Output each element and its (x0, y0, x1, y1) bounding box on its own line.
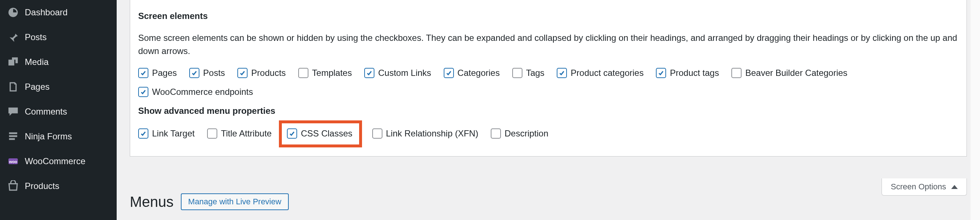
checkbox-icon (207, 128, 217, 139)
sidebar-item-label: Comments (25, 107, 67, 117)
checkbox-products[interactable]: Products (237, 68, 286, 78)
checkbox-templates[interactable]: Templates (298, 68, 352, 78)
checkbox-product-tags[interactable]: Product tags (656, 68, 719, 78)
sidebar-item-label: WooCommerce (25, 156, 85, 166)
checkbox-link-relationship[interactable]: Link Relationship (XFN) (372, 128, 478, 139)
sidebar-item-comments[interactable]: Comments (0, 99, 117, 124)
checkbox-woocommerce-endpoints[interactable]: WooCommerce endpoints (138, 87, 253, 97)
checkbox-label: Categories (458, 68, 500, 78)
checkbox-label: Products (251, 68, 286, 78)
sidebar-item-dashboard[interactable]: Dashboard (0, 0, 117, 25)
sidebar-item-label: Products (25, 181, 59, 191)
screen-options-panel: Screen elements Some screen elements can… (130, 0, 967, 156)
sidebar-item-label: Ninja Forms (25, 131, 72, 142)
chevron-up-icon (951, 185, 958, 189)
checkbox-icon (491, 128, 501, 139)
checkbox-tags[interactable]: Tags (512, 68, 545, 78)
checkbox-label: CSS Classes (301, 128, 352, 139)
checkbox-icon (512, 68, 522, 78)
checkbox-icon (237, 68, 248, 78)
checkbox-label: WooCommerce endpoints (152, 87, 253, 97)
sidebar-item-posts[interactable]: Posts (0, 25, 117, 49)
checkbox-product-categories[interactable]: Product categories (557, 68, 643, 78)
checkbox-icon (287, 128, 297, 139)
pin-icon (6, 31, 20, 44)
checkbox-posts[interactable]: Posts (189, 68, 225, 78)
advanced-properties-title: Show advanced menu properties (138, 106, 958, 116)
scrollbar-track[interactable] (970, 0, 980, 220)
checkbox-link-target[interactable]: Link Target (138, 128, 195, 139)
checkbox-icon (138, 68, 148, 78)
checkbox-label: Description (504, 128, 548, 139)
checkbox-icon (364, 68, 374, 78)
sidebar-item-products[interactable]: Products (0, 174, 117, 198)
checkbox-icon (731, 68, 741, 78)
checkbox-label: Link Target (152, 128, 195, 139)
checkbox-icon (138, 87, 148, 97)
checkbox-icon (444, 68, 454, 78)
products-icon (6, 180, 20, 193)
screen-elements-row-2: WooCommerce endpoints (138, 87, 958, 97)
checkbox-icon (656, 68, 666, 78)
sidebar-item-woocommerce[interactable]: woo WooCommerce (0, 149, 117, 174)
page-title-row: Menus Manage with Live Preview (130, 193, 289, 210)
checkbox-icon (298, 68, 309, 78)
live-preview-button[interactable]: Manage with Live Preview (181, 193, 289, 210)
checkbox-icon (138, 128, 148, 139)
checkbox-label: Posts (203, 68, 225, 78)
sidebar-item-media[interactable]: Media (0, 49, 117, 75)
checkbox-icon (557, 68, 567, 78)
sidebar-item-label: Posts (25, 32, 47, 42)
media-icon (6, 56, 20, 69)
checkbox-categories[interactable]: Categories (444, 68, 500, 78)
sidebar-item-label: Media (25, 57, 48, 67)
checkbox-label: Tags (526, 68, 545, 78)
screen-elements-row-1: Pages Posts Products Templates Custom Li… (138, 68, 958, 78)
checkbox-css-classes[interactable]: CSS Classes (287, 128, 352, 139)
content-area: Screen elements Some screen elements can… (117, 0, 980, 220)
screen-options-label: Screen Options (891, 182, 946, 191)
checkbox-icon (372, 128, 382, 139)
checkbox-label: Templates (312, 68, 352, 78)
screen-options-toggle[interactable]: Screen Options (881, 179, 967, 196)
checkbox-label: Custom Links (378, 68, 431, 78)
admin-sidebar: Dashboard Posts Media Pages Comments Nin… (0, 0, 117, 220)
sidebar-item-label: Pages (25, 82, 49, 92)
svg-text:woo: woo (9, 159, 18, 164)
panel-description: Some screen elements can be shown or hid… (138, 31, 958, 57)
panel-section-title: Screen elements (138, 11, 958, 21)
checkbox-label: Pages (152, 68, 177, 78)
checkbox-custom-links[interactable]: Custom Links (364, 68, 431, 78)
sidebar-item-pages[interactable]: Pages (0, 75, 117, 99)
dashboard-icon (6, 6, 20, 19)
checkbox-icon (189, 68, 199, 78)
sidebar-item-label: Dashboard (25, 7, 67, 18)
page-title: Menus (130, 194, 173, 210)
pages-icon (6, 80, 20, 93)
form-icon (6, 130, 20, 143)
advanced-properties-row: Link Target Title Attribute CSS Classes … (138, 126, 958, 142)
checkbox-label: Product tags (670, 68, 719, 78)
checkbox-label: Beaver Builder Categories (745, 68, 847, 78)
sidebar-item-ninja-forms[interactable]: Ninja Forms (0, 124, 117, 149)
checkbox-pages[interactable]: Pages (138, 68, 177, 78)
checkbox-label: Link Relationship (XFN) (386, 128, 478, 139)
checkbox-title-attribute[interactable]: Title Attribute (207, 128, 272, 139)
checkbox-description[interactable]: Description (491, 128, 548, 139)
highlight-css-classes: CSS Classes (279, 120, 362, 147)
woocommerce-icon: woo (6, 155, 20, 168)
checkbox-beaver-builder-categories[interactable]: Beaver Builder Categories (731, 68, 847, 78)
checkbox-label: Title Attribute (221, 128, 272, 139)
checkbox-label: Product categories (571, 68, 643, 78)
comments-icon (6, 105, 20, 118)
